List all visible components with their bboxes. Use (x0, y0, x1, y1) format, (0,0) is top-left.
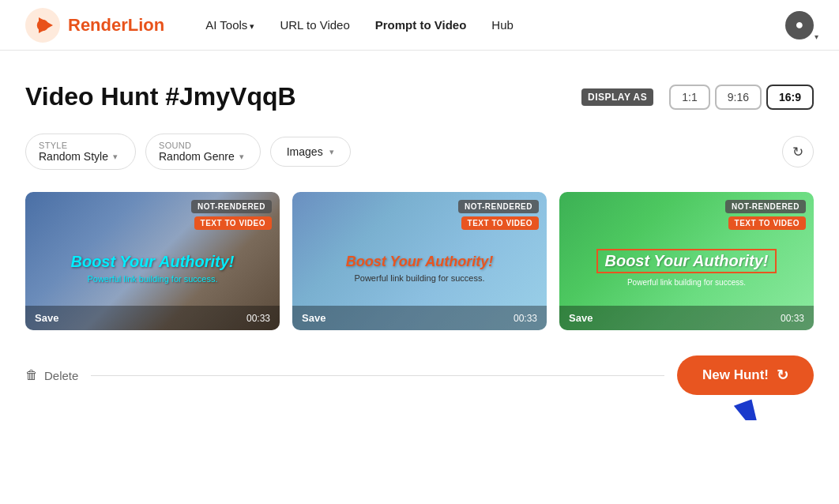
card-1-badges: NOT-RENDERED TEXT TO VIDEO (25, 192, 280, 230)
video-card-3[interactable]: NOT-RENDERED TEXT TO VIDEO Boost Your Au… (559, 192, 814, 330)
logo-icon (25, 8, 60, 43)
nav-prompt-to-video[interactable]: Prompt to Video (366, 12, 476, 38)
card-1-type-badge: TEXT TO VIDEO (194, 216, 272, 230)
card-2-title: Boost Your Authority! (346, 254, 493, 270)
style-dropdown[interactable]: Style Random Style (25, 134, 136, 170)
card-1-subtitle: Powerful link building for success. (87, 274, 217, 284)
card-3-save-button[interactable]: Save (569, 312, 593, 324)
card-2-type-badge: TEXT TO VIDEO (461, 216, 539, 230)
main-content: Video Hunt #JmyVqqB DISPLAY AS 1:1 9:16 … (0, 51, 839, 420)
divider (91, 375, 664, 376)
card-2-overlay: NOT-RENDERED TEXT TO VIDEO Boost Your Au… (292, 192, 547, 330)
user-icon: ● (796, 17, 804, 33)
sound-value: Random Genre (159, 150, 244, 163)
refresh-icon: ↻ (792, 144, 803, 160)
controls-row: Style Random Style Sound Random Genre Im… (25, 134, 814, 170)
ratio-buttons: 1:1 9:16 16:9 (669, 85, 814, 110)
card-1-duration: 00:33 (246, 313, 270, 324)
cursor-arrow (734, 399, 766, 420)
card-3-duration: 00:33 (781, 313, 804, 324)
card-3-badges: NOT-RENDERED TEXT TO VIDEO (559, 192, 814, 230)
card-3-subtitle: Powerful link building for success. (627, 278, 746, 287)
card-1-save-button[interactable]: Save (35, 312, 58, 324)
delete-button[interactable]: 🗑 Delete (25, 368, 78, 382)
page-title: Video Hunt #JmyVqqB (25, 82, 566, 111)
card-2-duration: 00:33 (514, 313, 537, 324)
images-label: Images (287, 145, 323, 158)
header: RenderLion AI Tools URL to Video Prompt … (0, 0, 839, 51)
style-label: Style (39, 141, 67, 150)
nav-url-to-video[interactable]: URL to Video (270, 12, 359, 38)
card-2-status-badge: NOT-RENDERED (458, 200, 539, 213)
card-3-bottom: Save 00:33 (559, 306, 814, 330)
card-2-badges: NOT-RENDERED TEXT TO VIDEO (292, 192, 547, 230)
new-hunt-refresh-icon: ↻ (777, 367, 788, 384)
sound-dropdown[interactable]: Sound Random Genre (145, 134, 261, 170)
bottom-row: 🗑 Delete New Hunt! ↻ (25, 352, 814, 395)
card-1-bottom: Save 00:33 (25, 306, 280, 330)
ratio-1-1[interactable]: 1:1 (669, 85, 709, 110)
card-1-title: Boost Your Authority! (70, 253, 234, 271)
nav-hub[interactable]: Hub (482, 12, 523, 38)
card-1-status-badge: NOT-RENDERED (191, 200, 272, 213)
logo[interactable]: RenderLion (25, 8, 164, 43)
logo-text: RenderLion (68, 15, 164, 36)
user-avatar-button[interactable]: ● (785, 11, 814, 39)
card-2-bottom: Save 00:33 (292, 306, 547, 330)
main-nav: AI Tools URL to Video Prompt to Video Hu… (196, 12, 754, 38)
title-row: Video Hunt #JmyVqqB DISPLAY AS 1:1 9:16 … (25, 82, 814, 111)
trash-icon: 🗑 (25, 368, 38, 382)
sound-label: Sound (159, 141, 191, 150)
images-dropdown[interactable]: Images (270, 137, 351, 167)
video-card-2[interactable]: NOT-RENDERED TEXT TO VIDEO Boost Your Au… (292, 192, 547, 330)
new-hunt-label: New Hunt! (702, 367, 769, 383)
delete-label: Delete (44, 369, 78, 382)
card-3-status-badge: NOT-RENDERED (725, 200, 806, 213)
ratio-9-16[interactable]: 9:16 (715, 85, 762, 110)
display-as-label: DISPLAY AS (581, 88, 653, 106)
new-hunt-button[interactable]: New Hunt! ↻ (677, 355, 814, 395)
card-2-save-button[interactable]: Save (302, 312, 325, 324)
card-2-content: Boost Your Authority! Powerful link buil… (292, 230, 547, 306)
video-card-1[interactable]: NOT-RENDERED TEXT TO VIDEO Boost Your Au… (25, 192, 280, 330)
card-1-content: Boost Your Authority! Powerful link buil… (25, 230, 280, 306)
header-right: ● (785, 11, 814, 39)
refresh-button[interactable]: ↻ (782, 136, 814, 167)
nav-ai-tools[interactable]: AI Tools (196, 12, 264, 38)
ratio-16-9[interactable]: 16:9 (766, 85, 814, 110)
cards-row: NOT-RENDERED TEXT TO VIDEO Boost Your Au… (25, 192, 814, 330)
card-2-subtitle: Powerful link building for success. (354, 273, 484, 283)
card-1-overlay: NOT-RENDERED TEXT TO VIDEO Boost Your Au… (25, 192, 280, 330)
card-3-overlay: NOT-RENDERED TEXT TO VIDEO Boost Your Au… (559, 192, 814, 330)
card-3-type-badge: TEXT TO VIDEO (728, 216, 806, 230)
card-3-title: Boost Your Authority! (596, 249, 776, 273)
card-3-content: Boost Your Authority! Powerful link buil… (559, 230, 814, 306)
style-value: Random Style (39, 150, 118, 163)
